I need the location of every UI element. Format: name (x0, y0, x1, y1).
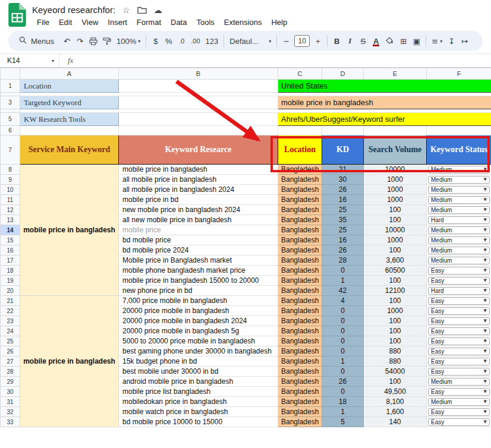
cell-e23-volume[interactable]: 100 (364, 316, 427, 326)
status-dropdown[interactable]: Medium▼ (428, 257, 490, 264)
move-folder-icon[interactable] (137, 6, 147, 14)
cell-d9-kd[interactable]: 30 (322, 175, 364, 185)
status-dropdown[interactable]: Easy▼ (428, 388, 490, 396)
header-keyword-status[interactable]: Keyword Status (427, 135, 491, 165)
menu-format[interactable]: Format (132, 17, 166, 27)
cell-b13-keyword[interactable]: all new mobile price in bangladesh (119, 215, 278, 225)
row-header-32[interactable]: 32 (1, 407, 20, 417)
cell-c1-value[interactable]: United States (278, 80, 491, 93)
cell-c31-location[interactable]: Bangladesh (278, 397, 322, 407)
row-header-14[interactable]: 14 (1, 225, 20, 235)
cell-e13-volume[interactable]: 100 (364, 215, 427, 225)
status-dropdown[interactable]: Easy▼ (428, 307, 490, 315)
cell-c11-location[interactable]: Bangladesh (278, 195, 322, 205)
row-header-13[interactable]: 13 (1, 215, 20, 225)
status-dropdown[interactable]: Medium▼ (428, 206, 490, 214)
header-location[interactable]: Location (278, 135, 322, 165)
row-header-31[interactable]: 31 (1, 397, 20, 407)
row-header-8[interactable]: 8 (1, 165, 20, 175)
cell-d8-kd[interactable]: 21 (322, 165, 364, 175)
status-dropdown[interactable]: Easy▼ (428, 317, 490, 325)
cell-c3-value[interactable]: mobile price in bangladesh (278, 96, 491, 109)
row-header-11[interactable]: 11 (1, 195, 20, 205)
cell-b24-keyword[interactable]: 20000 price mobile in bangladesh 5g (119, 326, 278, 336)
row-header-19[interactable]: 19 (1, 276, 20, 286)
cell-e16-volume[interactable]: 100 (364, 245, 427, 255)
cell-d14-kd[interactable]: 25 (322, 225, 364, 235)
cell-d12-kd[interactable]: 25 (322, 205, 364, 215)
cell-d29-kd[interactable]: 26 (322, 377, 364, 387)
row-header-22[interactable]: 22 (1, 306, 20, 316)
row-header-16[interactable]: 16 (1, 245, 20, 255)
cell-d20-kd[interactable]: 42 (322, 286, 364, 296)
cell-e31-volume[interactable]: 8,100 (364, 397, 427, 407)
zoom-select[interactable]: 100% ▾ (114, 34, 143, 48)
cell-b20-keyword[interactable]: new phone price in bd (119, 286, 278, 296)
cell-d27-kd[interactable]: 1 (322, 356, 364, 367)
cell-b19-keyword[interactable]: mobile price in bangladesh 15000 to 2000… (119, 276, 278, 286)
cell-c18-location[interactable]: Bangladesh (278, 266, 322, 276)
column-header-e[interactable]: E (364, 68, 427, 80)
status-dropdown[interactable]: Hard▼ (428, 287, 490, 295)
cell-a5-label[interactable]: KW Research Tools (20, 113, 119, 126)
column-header-c[interactable]: C (278, 68, 322, 80)
cell-c17-location[interactable]: Bangladesh (278, 255, 322, 266)
cell-d23-kd[interactable]: 0 (322, 316, 364, 326)
menu-insert[interactable]: Insert (103, 17, 132, 27)
status-dropdown[interactable]: Easy▼ (428, 368, 490, 376)
cell-d15-kd[interactable]: 16 (322, 235, 364, 245)
row-header-30[interactable]: 30 (1, 387, 20, 397)
cell-c21-location[interactable]: Bangladesh (278, 296, 322, 306)
cell-b22-keyword[interactable]: 20000 price mobile in bangladesh (119, 306, 278, 316)
cell-d32-kd[interactable]: 1 (322, 407, 364, 417)
cell-d25-kd[interactable]: 0 (322, 336, 364, 346)
cell-b28-keyword[interactable]: best mobile under 30000 in bd (119, 367, 278, 377)
cell-c29-location[interactable]: Bangladesh (278, 377, 322, 387)
cell-b18-keyword[interactable]: mobile phone bangladesh market price (119, 266, 278, 276)
cell-b31-keyword[interactable]: mobiledokan price in bangladesh (119, 397, 278, 407)
cell-b3[interactable] (119, 96, 278, 109)
menu-data[interactable]: Data (166, 17, 191, 27)
cell-d33-kd[interactable]: 5 (322, 417, 364, 427)
status-dropdown[interactable]: Easy▼ (428, 277, 490, 285)
cell-e20-volume[interactable]: 12100 (364, 286, 427, 296)
cell-e6[interactable] (364, 126, 427, 135)
cell-e21-volume[interactable]: 100 (364, 296, 427, 306)
cell-e30-volume[interactable]: 49,500 (364, 387, 427, 397)
fill-color-button[interactable] (383, 34, 396, 48)
merged-cell-a21-a33[interactable]: mobile price in bangladesh (20, 296, 119, 427)
menu-tools[interactable]: Tools (191, 17, 219, 27)
cell-c30-location[interactable]: Bangladesh (278, 387, 322, 397)
cell-b33-keyword[interactable]: bd mobile price 10000 to 15000 (119, 417, 278, 427)
cell-c12-location[interactable]: Bangladesh (278, 205, 322, 215)
cell-b15-keyword[interactable]: bd mobile price (119, 235, 278, 245)
text-color-button[interactable]: A (370, 34, 382, 48)
status-dropdown[interactable]: Easy▼ (428, 418, 490, 426)
font-select[interactable]: Defaul... ▾ (227, 34, 273, 48)
row-header-29[interactable]: 29 (1, 377, 20, 387)
cell-e8-volume[interactable]: 10000 (364, 165, 427, 175)
cell-e11-volume[interactable]: 1000 (364, 195, 427, 205)
column-header-f[interactable]: F (427, 68, 491, 80)
star-icon[interactable]: ☆ (122, 5, 130, 15)
cell-d10-kd[interactable]: 26 (322, 185, 364, 195)
vertical-align-button[interactable]: ↧ (445, 34, 458, 48)
row-header-15[interactable]: 15 (1, 235, 20, 245)
menu-extensions[interactable]: Extensions (219, 17, 267, 27)
status-dropdown[interactable]: Medium▼ (428, 176, 490, 184)
cell-b8-keyword[interactable]: mobile price in bangladesh (119, 165, 278, 175)
menu-file[interactable]: File (32, 17, 54, 27)
cell-b12-keyword[interactable]: new mobile price in bangladesh 2024 (119, 205, 278, 215)
status-dropdown[interactable]: Medium▼ (428, 378, 490, 386)
cell-e29-volume[interactable]: 100 (364, 377, 427, 387)
row-header-5[interactable]: 5 (1, 113, 20, 126)
cell-e19-volume[interactable]: 100 (364, 276, 427, 286)
status-dropdown[interactable]: Medium▼ (428, 226, 490, 234)
cell-e32-volume[interactable]: 1,600 (364, 407, 427, 417)
row-header-9[interactable]: 9 (1, 175, 20, 185)
cell-b21-keyword[interactable]: 7,000 price mobile in bangladesh (119, 296, 278, 306)
cell-c33-location[interactable]: Bangladesh (278, 417, 322, 427)
row-header-21[interactable]: 21 (1, 296, 20, 306)
undo-button[interactable]: ↶ (61, 34, 73, 48)
cell-e24-volume[interactable]: 100 (364, 326, 427, 336)
